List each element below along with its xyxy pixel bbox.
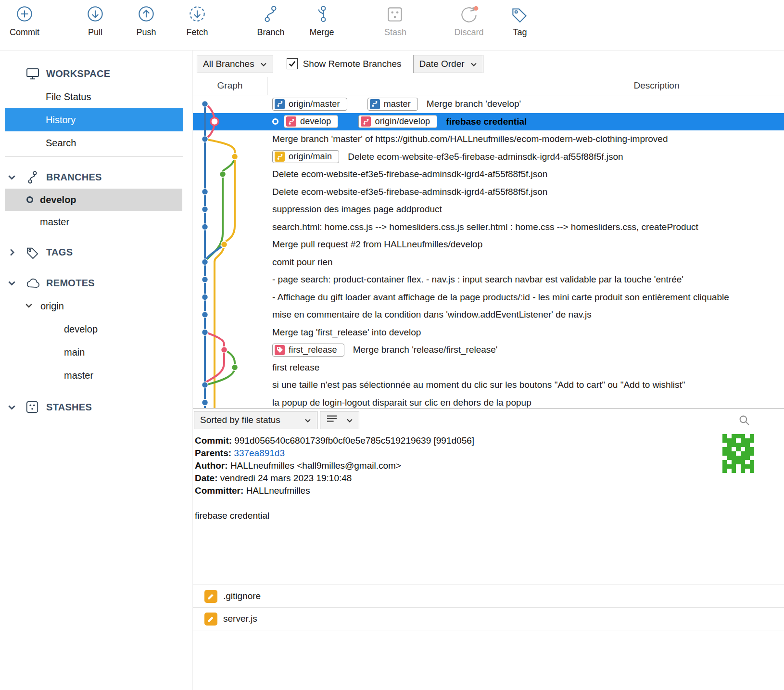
- tags-label: TAGS: [46, 247, 73, 258]
- tag-icon: [509, 4, 531, 26]
- branch-icon: [361, 116, 371, 127]
- commit-subject: suppression des images page addproduct: [272, 204, 442, 215]
- file-sort-dropdown[interactable]: Sorted by file status: [194, 411, 317, 429]
- avatar-identicon: [722, 434, 754, 473]
- branch-button[interactable]: Branch: [245, 4, 296, 38]
- pull-icon: [84, 4, 106, 26]
- sidebar-item-file-status[interactable]: File Status: [5, 85, 183, 108]
- search-icon[interactable]: [738, 414, 750, 428]
- stashes-header[interactable]: STASHES: [0, 396, 192, 419]
- branches-header[interactable]: BRANCHES: [0, 166, 192, 189]
- show-remote-checkbox[interactable]: [287, 58, 298, 69]
- branch-badge: origin/develop: [358, 115, 437, 128]
- sidebar-branch-master[interactable]: master: [5, 211, 182, 233]
- branch-badge: origin/master: [272, 98, 347, 111]
- graph-column-header[interactable]: Graph: [193, 77, 267, 95]
- chevron-down-icon[interactable]: [8, 279, 20, 287]
- pull-button[interactable]: Pull: [70, 4, 121, 38]
- commit-row[interactable]: search.html: home.css.js --> homesliders…: [193, 218, 784, 236]
- chevron-down-icon[interactable]: [8, 403, 20, 411]
- commit-row[interactable]: si une taille n'est pas sélectionnée au …: [193, 376, 784, 394]
- commit-icon: [13, 4, 36, 26]
- badge-label: first_release: [289, 345, 337, 355]
- merge-button[interactable]: Merge: [296, 4, 347, 38]
- commit-row[interactable]: suppression des images page addproduct: [193, 201, 784, 218]
- commit-subject: search.html: home.css.js --> homesliders…: [272, 222, 698, 232]
- sidebar-item-history[interactable]: History: [5, 108, 183, 131]
- commit-subject: Delete ecom-website-ef3e5-firebase-admin…: [272, 169, 547, 179]
- commit-row[interactable]: - Affichage du gift loader avant afficha…: [193, 289, 784, 307]
- graph-cell: [193, 166, 267, 183]
- sidebar-branch-develop[interactable]: develop: [5, 189, 182, 211]
- file-panel-bar: Sorted by file status: [193, 408, 784, 431]
- file-row[interactable]: .gitignore: [193, 585, 784, 608]
- commit-row[interactable]: Merge tag 'first_release' into develop: [193, 324, 784, 342]
- commit-row[interactable]: Merge branch 'master' of https://github.…: [193, 130, 784, 148]
- history-table-header: Graph Description: [193, 77, 784, 95]
- workspace-label: WORKSPACE: [46, 68, 110, 79]
- date-value: vendredi 24 mars 2023 19:10:48: [220, 473, 352, 483]
- commit-row[interactable]: mise en commentaire de la condition dans…: [193, 306, 784, 324]
- file-view-dropdown[interactable]: [320, 411, 359, 429]
- commit-row[interactable]: Merge pull request #2 from HALLneufmille…: [193, 236, 784, 254]
- stash-icon: [384, 4, 406, 26]
- commit-row[interactable]: developorigin/developfirebase credential: [193, 113, 784, 131]
- sidebar-item-search[interactable]: Search: [5, 131, 183, 154]
- sidebar-remote-master[interactable]: master: [0, 364, 192, 387]
- workspace-header: WORKSPACE: [0, 62, 192, 85]
- commit-row[interactable]: origin/mastermasterMerge branch 'develop…: [193, 95, 784, 113]
- file-row[interactable]: server.js: [193, 608, 784, 630]
- parent-commit-link[interactable]: 337ea891d3: [234, 448, 285, 458]
- cloud-icon: [25, 277, 41, 289]
- commit-description: Delete ecom-website-ef3e5-firebase-admin…: [267, 187, 784, 197]
- chevron-down-icon[interactable]: [25, 301, 33, 312]
- badge-label: develop: [300, 116, 331, 127]
- branch-icon: [370, 99, 380, 109]
- sidebar-remote-develop[interactable]: develop: [0, 318, 192, 341]
- commit-row[interactable]: comit pour rien: [193, 254, 784, 271]
- commit-row[interactable]: Delete ecom-website-ef3e5-firebase-admin…: [193, 183, 784, 201]
- commit-button[interactable]: Commit: [2, 4, 47, 38]
- remotes-header[interactable]: REMOTES: [0, 271, 192, 294]
- commit-description: first_releaseMerge branch 'release/first…: [267, 344, 784, 357]
- file-name: .gitignore: [223, 591, 261, 601]
- sidebar: WORKSPACE File Status History Search BRA…: [0, 51, 192, 690]
- graph-cell: [193, 324, 267, 342]
- commit-subject: first release: [272, 362, 319, 373]
- sidebar-remote-origin[interactable]: origin: [0, 294, 192, 318]
- chevron-down-icon: [260, 59, 267, 69]
- commit-row[interactable]: la popup de login-logout disparait sur c…: [193, 394, 784, 409]
- commit-subject: la popup de login-logout disparait sur c…: [272, 397, 531, 408]
- fetch-button[interactable]: Fetch: [172, 4, 223, 38]
- branch-icon: [25, 170, 41, 185]
- commit-subject: - page search: product-container flex. -…: [272, 274, 683, 285]
- graph-cell: [193, 271, 267, 289]
- graph-cell: [193, 254, 267, 271]
- modified-icon: [204, 613, 217, 626]
- tags-header[interactable]: TAGS: [0, 241, 192, 264]
- modified-icon: [204, 590, 217, 603]
- history-view: All Branches Show Remote Branches Date O…: [193, 51, 784, 690]
- chevron-down-icon[interactable]: [8, 173, 20, 181]
- tag-button[interactable]: Tag: [494, 4, 545, 38]
- push-button[interactable]: Push: [121, 4, 172, 38]
- commit-row[interactable]: Delete ecom-website-ef3e5-firebase-admin…: [193, 166, 784, 183]
- filter-bar: All Branches Show Remote Branches Date O…: [193, 51, 784, 77]
- commit-row[interactable]: - page search: product-container flex. -…: [193, 271, 784, 289]
- discard-button: Discard: [443, 4, 494, 38]
- description-column-header[interactable]: Description: [267, 77, 784, 95]
- commit-subject: firebase credential: [446, 116, 527, 127]
- order-dropdown[interactable]: Date Order: [413, 55, 483, 73]
- badge-label: origin/develop: [375, 116, 430, 127]
- head-indicator-icon: [272, 118, 278, 125]
- branch-filter-dropdown[interactable]: All Branches: [197, 55, 273, 73]
- commit-description: Merge tag 'first_release' into develop: [267, 327, 784, 338]
- commit-row[interactable]: first release: [193, 359, 784, 377]
- commit-row[interactable]: origin/mainDelete ecom-website-ef3e5-fir…: [193, 148, 784, 166]
- commit-row[interactable]: first_releaseMerge branch 'release/first…: [193, 341, 784, 359]
- commit-subject: Merge branch 'release/first_release': [353, 345, 498, 355]
- commit-description: Merge pull request #2 from HALLneufmille…: [267, 239, 784, 250]
- sidebar-remote-main[interactable]: main: [0, 341, 192, 364]
- chevron-right-icon[interactable]: [8, 248, 20, 256]
- date-label: Date:: [195, 473, 218, 483]
